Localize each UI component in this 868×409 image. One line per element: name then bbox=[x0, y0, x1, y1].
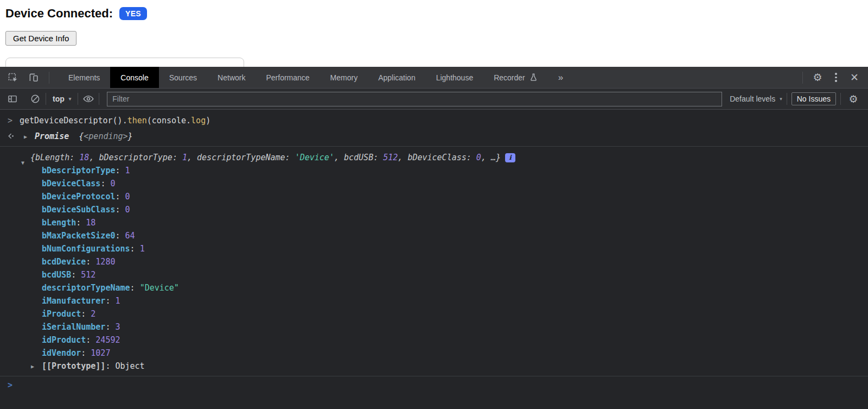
object-property-row: iProduct: 2 bbox=[0, 307, 868, 320]
tab-recorder[interactable]: Recorder bbox=[483, 67, 548, 88]
expand-triangle-icon[interactable]: ▶ bbox=[31, 360, 34, 373]
returned-value-icon bbox=[6, 131, 15, 141]
tab-application[interactable]: Application bbox=[368, 67, 426, 88]
devtools-menu-icon[interactable] bbox=[828, 70, 844, 86]
property-value: 0 bbox=[110, 179, 115, 188]
get-device-info-button[interactable]: Get Device Info bbox=[5, 31, 76, 46]
divider bbox=[49, 72, 49, 84]
property-key: descriptorTypeName bbox=[42, 283, 130, 293]
tab-elements[interactable]: Elements bbox=[58, 67, 110, 88]
console-sidebar-icon[interactable] bbox=[7, 93, 18, 105]
property-value: 2 bbox=[91, 309, 95, 319]
chevron-down-icon: ▾ bbox=[780, 96, 782, 102]
property-value: 512 bbox=[81, 270, 95, 280]
object-property-row: bDeviceSubClass: 0 bbox=[0, 203, 868, 216]
object-properties: bDescriptorType: 1bDeviceClass: 0bDevice… bbox=[0, 164, 868, 360]
property-key: bMaxPacketSize0 bbox=[42, 231, 115, 241]
console-result: ▶ Promise {<pending>} bbox=[0, 129, 868, 147]
info-icon[interactable]: i bbox=[505, 153, 515, 162]
tab-memory[interactable]: Memory bbox=[320, 67, 368, 88]
tab-lighthouse[interactable]: Lighthouse bbox=[426, 67, 484, 88]
property-key: bNumConfigurations bbox=[42, 244, 130, 254]
object-preview-row: ▼ {bLength: 18, bDescriptorType: 1, desc… bbox=[0, 151, 868, 164]
console-prompt-icon: > bbox=[8, 379, 12, 392]
property-key: bDeviceSubClass bbox=[42, 205, 115, 215]
divider bbox=[802, 72, 803, 84]
property-key: idVendor bbox=[42, 348, 81, 358]
issues-counter[interactable]: No Issues bbox=[792, 92, 836, 105]
context-selector[interactable]: top ▾ bbox=[50, 95, 73, 103]
devtools-tabs: ElementsConsoleSourcesNetworkPerformance… bbox=[58, 67, 548, 88]
tab-label: Elements bbox=[68, 73, 100, 82]
more-tabs-icon[interactable]: » bbox=[548, 67, 573, 88]
tab-performance[interactable]: Performance bbox=[256, 67, 320, 88]
divider bbox=[99, 93, 99, 105]
property-value: 18 bbox=[86, 218, 95, 228]
object-property-row: bDeviceProtocol: 0 bbox=[0, 190, 868, 203]
object-property-row: bNumConfigurations: 1 bbox=[0, 242, 868, 255]
tab-label: Sources bbox=[169, 73, 197, 82]
tab-console[interactable]: Console bbox=[110, 67, 158, 88]
object-preview-text: {bLength: 18, bDescriptorType: 1, descri… bbox=[30, 153, 501, 162]
object-property-row: bLength: 18 bbox=[0, 216, 868, 229]
device-connected-label: Device Connected: bbox=[5, 7, 113, 21]
divider bbox=[787, 93, 787, 105]
property-value: 0 bbox=[125, 192, 130, 202]
console-input-row[interactable]: > bbox=[0, 376, 868, 393]
chevron-down-icon: ▾ bbox=[69, 96, 72, 102]
object-property-row: bDeviceClass: 0 bbox=[0, 177, 868, 190]
tab-label: Network bbox=[218, 73, 245, 82]
flask-icon bbox=[529, 73, 538, 82]
inspect-element-icon[interactable] bbox=[7, 72, 18, 84]
console-command: > getDeviceDescriptor().then(console.log… bbox=[0, 111, 868, 129]
tab-network[interactable]: Network bbox=[207, 67, 256, 88]
log-levels-dropdown[interactable]: Default levels ▾ bbox=[730, 95, 782, 103]
divider bbox=[46, 93, 46, 105]
property-value: "Device" bbox=[140, 283, 179, 293]
object-property-row: bcdUSB: 512 bbox=[0, 268, 868, 281]
property-key: bDeviceProtocol bbox=[42, 192, 115, 202]
object-property-row: idVendor: 1027 bbox=[0, 347, 868, 360]
property-value: 1 bbox=[115, 296, 120, 306]
tab-label: Application bbox=[378, 73, 416, 82]
tab-sources[interactable]: Sources bbox=[159, 67, 207, 88]
tab-label: Memory bbox=[330, 73, 358, 82]
promise-state: {<pending>} bbox=[79, 131, 132, 141]
property-key: bDescriptorType bbox=[42, 166, 115, 175]
property-value: 0 bbox=[125, 205, 130, 215]
console-filter-input[interactable] bbox=[107, 92, 722, 106]
command-prompt-icon: > bbox=[8, 114, 12, 127]
property-value: 1 bbox=[140, 244, 145, 254]
devtools-tabbar: ElementsConsoleSourcesNetworkPerformance… bbox=[0, 67, 868, 89]
console-settings-icon[interactable]: ⚙ bbox=[845, 91, 861, 107]
live-expression-eye-icon[interactable] bbox=[82, 93, 94, 105]
property-value: 1280 bbox=[95, 257, 115, 267]
object-property-row: iSerialNumber: 3 bbox=[0, 320, 868, 334]
expand-triangle-icon[interactable]: ▶ bbox=[24, 130, 27, 143]
property-key: iManufacturer bbox=[42, 296, 105, 306]
devtools-settings-icon[interactable]: ⚙ bbox=[809, 70, 826, 86]
clear-console-icon[interactable] bbox=[29, 93, 41, 105]
console-log-object: ▼ {bLength: 18, bDescriptorType: 1, desc… bbox=[0, 147, 868, 376]
device-connected-badge: YES bbox=[119, 7, 147, 20]
devtools-panel: ElementsConsoleSourcesNetworkPerformance… bbox=[0, 67, 868, 409]
tab-label: Performance bbox=[266, 73, 309, 82]
property-key: bLength bbox=[42, 218, 76, 228]
prototype-value: Object bbox=[115, 361, 144, 371]
device-toolbar-icon[interactable] bbox=[27, 72, 39, 84]
web-page-content: Device Connected: YES Get Device Info bbox=[0, 0, 868, 67]
promise-class-name: Promise bbox=[35, 131, 69, 141]
devtools-close-icon[interactable]: ✕ bbox=[846, 70, 863, 86]
collapse-triangle-icon[interactable]: ▼ bbox=[21, 156, 24, 169]
property-key: bcdDevice bbox=[42, 257, 86, 267]
property-value: 64 bbox=[125, 231, 135, 241]
tab-label: Lighthouse bbox=[436, 73, 474, 82]
property-key: idProduct bbox=[42, 335, 86, 345]
property-key: bcdUSB bbox=[42, 270, 71, 280]
divider bbox=[78, 93, 78, 105]
object-property-row: iManufacturer: 1 bbox=[0, 294, 868, 307]
divider bbox=[840, 93, 841, 105]
console-toolbar: top ▾ Default levels ▾ No Issues ⚙ bbox=[0, 89, 868, 110]
property-value: 24592 bbox=[95, 335, 120, 345]
property-value: 1027 bbox=[91, 348, 110, 358]
